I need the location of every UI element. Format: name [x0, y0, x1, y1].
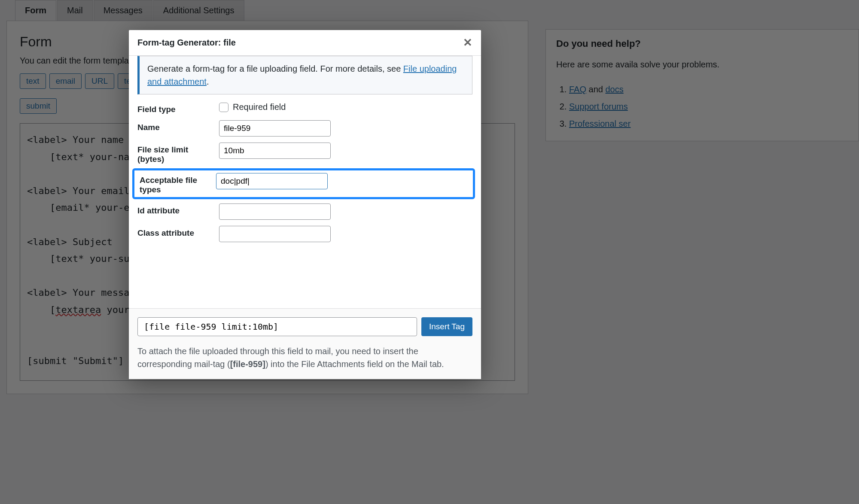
- class-attribute-label: Class attribute: [137, 226, 210, 238]
- generated-tag-output[interactable]: [137, 317, 417, 336]
- file-size-limit-input[interactable]: [219, 143, 331, 159]
- required-field-checkbox[interactable]: Required field: [219, 102, 472, 112]
- close-icon[interactable]: ✕: [463, 36, 472, 49]
- name-input[interactable]: [219, 120, 331, 137]
- id-attribute-label: Id attribute: [137, 203, 210, 216]
- info-box: Generate a form-tag for a file uploading…: [137, 56, 472, 94]
- file-types-label: Acceptable file types: [137, 173, 207, 194]
- acceptable-file-types-row: Acceptable file types: [132, 168, 475, 199]
- form-tag-generator-modal: Form-tag Generator: file ✕ Generate a fo…: [129, 30, 481, 379]
- id-attribute-input[interactable]: [219, 203, 331, 220]
- footer-note: To attach the file uploaded through this…: [137, 345, 472, 370]
- required-field-label: Required field: [233, 102, 286, 112]
- modal-title: Form-tag Generator: file: [137, 38, 236, 48]
- field-type-label: Field type: [137, 102, 210, 114]
- insert-tag-button[interactable]: Insert Tag: [421, 317, 472, 336]
- size-limit-label: File size limit (bytes): [137, 143, 210, 164]
- acceptable-file-types-input[interactable]: [216, 173, 328, 189]
- name-label: Name: [137, 120, 210, 132]
- checkbox-icon: [219, 103, 228, 112]
- class-attribute-input[interactable]: [219, 226, 331, 242]
